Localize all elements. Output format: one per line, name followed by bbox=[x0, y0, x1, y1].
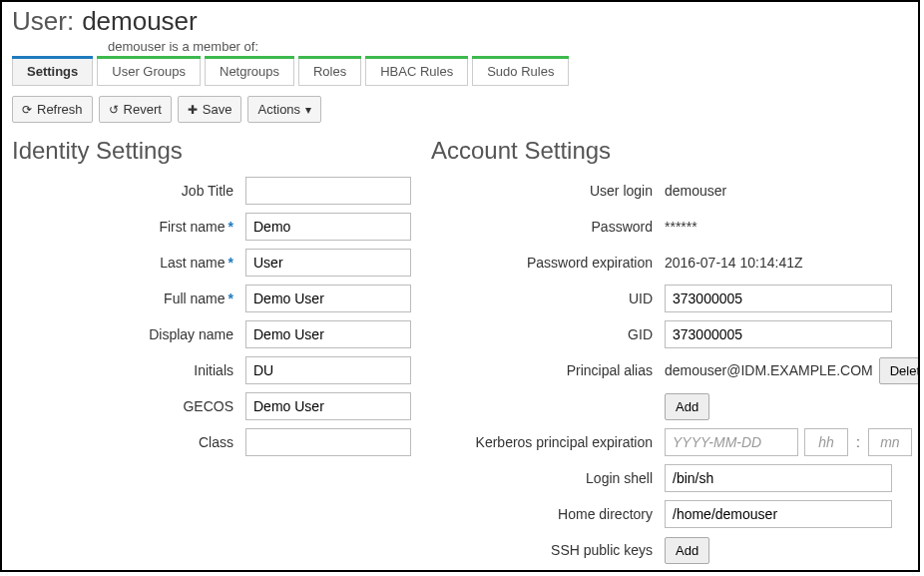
value-user-login: demouser bbox=[665, 183, 726, 199]
actions-label: Actions bbox=[257, 102, 300, 117]
refresh-label: Refresh bbox=[37, 102, 83, 117]
row-class: Class bbox=[12, 428, 411, 456]
label-ssh-keys: SSH public keys bbox=[431, 542, 665, 558]
input-home-dir[interactable] bbox=[665, 500, 892, 528]
revert-label: Revert bbox=[124, 102, 162, 117]
required-star: * bbox=[229, 255, 233, 271]
input-first-name[interactable] bbox=[245, 213, 411, 241]
label-display-name: Display name bbox=[12, 326, 245, 342]
required-star: * bbox=[229, 219, 233, 235]
member-of-label: demouser is a member of: bbox=[108, 39, 908, 54]
label-full-name-text: Full name bbox=[164, 290, 225, 306]
tab-roles[interactable]: Roles bbox=[298, 56, 361, 86]
row-display-name: Display name bbox=[12, 320, 411, 348]
tab-settings[interactable]: Settings bbox=[12, 56, 93, 86]
revert-button[interactable]: ↺ Revert bbox=[99, 96, 172, 123]
input-krb-mn[interactable] bbox=[868, 428, 912, 456]
input-login-shell[interactable] bbox=[665, 464, 892, 492]
input-krb-hh[interactable] bbox=[804, 428, 848, 456]
row-krb-exp: Kerberos principal expiration : UTC bbox=[431, 428, 920, 456]
tab-sudo[interactable]: Sudo Rules bbox=[472, 56, 569, 86]
row-login-shell: Login shell bbox=[431, 464, 920, 492]
delete-alias-button[interactable]: Delete bbox=[879, 357, 920, 384]
tab-user-groups[interactable]: User Groups bbox=[97, 56, 201, 86]
label-password-exp: Password expiration bbox=[431, 255, 665, 271]
label-last-name: Last name* bbox=[12, 255, 245, 271]
tab-settings-label: Settings bbox=[27, 64, 78, 79]
tab-user-groups-label: User Groups bbox=[112, 64, 186, 79]
label-login-shell: Login shell bbox=[431, 470, 665, 486]
label-full-name: Full name* bbox=[12, 290, 245, 306]
row-gecos: GECOS bbox=[12, 392, 411, 420]
value-principal-alias: demouser@IDM.EXAMPLE.COM bbox=[665, 362, 873, 378]
account-heading: Account Settings bbox=[431, 137, 920, 165]
tab-roles-label: Roles bbox=[313, 64, 346, 79]
label-class: Class bbox=[12, 434, 245, 450]
row-first-name: First name* bbox=[12, 213, 411, 241]
tab-netgroups-label: Netgroups bbox=[220, 64, 279, 79]
label-first-name-text: First name bbox=[159, 219, 225, 235]
tab-sudo-label: Sudo Rules bbox=[487, 64, 554, 79]
tab-netgroups[interactable]: Netgroups bbox=[205, 56, 294, 86]
row-full-name: Full name* bbox=[12, 285, 411, 312]
add-alias-button[interactable]: Add bbox=[665, 393, 709, 420]
label-uid: UID bbox=[431, 290, 665, 306]
label-job-title: Job Title bbox=[12, 183, 245, 199]
input-uid[interactable] bbox=[665, 285, 892, 312]
tab-hbac-label: HBAC Rules bbox=[380, 64, 453, 79]
actions-button[interactable]: Actions ▾ bbox=[247, 96, 321, 123]
user-page: User: demouser demouser is a member of: … bbox=[0, 0, 920, 572]
label-first-name: First name* bbox=[12, 219, 245, 235]
time-colon: : bbox=[856, 434, 860, 450]
required-star: * bbox=[229, 290, 233, 306]
tab-hbac[interactable]: HBAC Rules bbox=[365, 56, 468, 86]
row-user-login: User login demouser bbox=[431, 177, 920, 205]
refresh-button[interactable]: ⟳ Refresh bbox=[12, 96, 93, 123]
row-last-name: Last name* bbox=[12, 249, 411, 277]
row-uid: UID bbox=[431, 285, 920, 312]
row-password: Password ****** bbox=[431, 213, 920, 241]
input-krb-date[interactable] bbox=[665, 428, 798, 456]
identity-section: Identity Settings Job Title First name* … bbox=[12, 137, 411, 572]
input-display-name[interactable] bbox=[245, 320, 411, 348]
label-user-login: User login bbox=[431, 183, 665, 199]
save-icon: ✚ bbox=[188, 103, 198, 117]
save-button[interactable]: ✚ Save bbox=[178, 96, 242, 123]
title-username: demouser bbox=[82, 6, 198, 37]
label-last-name-text: Last name bbox=[160, 255, 225, 271]
row-principal-alias: Principal alias demouser@IDM.EXAMPLE.COM… bbox=[431, 356, 920, 384]
add-ssh-key-button[interactable]: Add bbox=[665, 537, 709, 564]
row-job-title: Job Title bbox=[12, 177, 411, 205]
input-initials[interactable] bbox=[245, 356, 411, 384]
input-gid[interactable] bbox=[665, 320, 892, 348]
input-job-title[interactable] bbox=[245, 177, 411, 205]
title-prefix: User: bbox=[12, 6, 74, 37]
row-principal-alias-add: Add bbox=[431, 392, 920, 420]
page-title: User: demouser bbox=[12, 6, 908, 37]
row-password-exp: Password expiration 2016-07-14 10:14:41Z bbox=[431, 249, 920, 277]
chevron-down-icon: ▾ bbox=[305, 103, 311, 117]
input-class[interactable] bbox=[245, 428, 411, 456]
row-home-dir: Home directory bbox=[431, 500, 920, 528]
value-password: ****** bbox=[665, 219, 697, 235]
account-section: Account Settings User login demouser Pas… bbox=[431, 137, 920, 572]
input-full-name[interactable] bbox=[245, 285, 411, 312]
label-password: Password bbox=[431, 219, 665, 235]
label-principal-alias: Principal alias bbox=[431, 362, 665, 378]
label-krb-exp: Kerberos principal expiration bbox=[431, 434, 665, 450]
columns: Identity Settings Job Title First name* … bbox=[12, 137, 908, 572]
refresh-icon: ⟳ bbox=[22, 103, 32, 117]
label-gid: GID bbox=[431, 326, 665, 342]
row-ssh-keys: SSH public keys Add bbox=[431, 536, 920, 564]
label-gecos: GECOS bbox=[12, 398, 245, 414]
tabs: Settings User Groups Netgroups Roles HBA… bbox=[12, 56, 908, 86]
identity-heading: Identity Settings bbox=[12, 137, 411, 165]
row-gid: GID bbox=[431, 320, 920, 348]
label-initials: Initials bbox=[12, 362, 245, 378]
input-last-name[interactable] bbox=[245, 249, 411, 277]
value-password-exp: 2016-07-14 10:14:41Z bbox=[665, 255, 803, 271]
row-initials: Initials bbox=[12, 356, 411, 384]
label-home-dir: Home directory bbox=[431, 506, 665, 522]
toolbar: ⟳ Refresh ↺ Revert ✚ Save Actions ▾ bbox=[12, 96, 908, 123]
input-gecos[interactable] bbox=[245, 392, 411, 420]
